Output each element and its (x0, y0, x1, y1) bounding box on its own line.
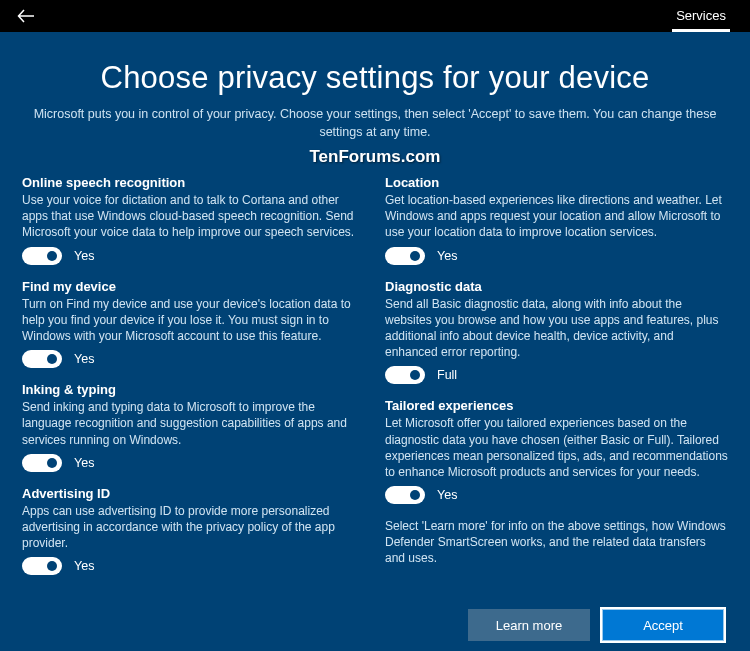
settings-scroll-area[interactable]: Online speech recognition Use your voice… (22, 175, 734, 589)
toggle-label: Yes (437, 249, 457, 263)
toggle-row: Yes (22, 454, 365, 472)
setting-online-speech: Online speech recognition Use your voice… (22, 175, 365, 265)
watermark-text: TenForums.com (22, 147, 728, 167)
toggle-switch[interactable] (385, 247, 425, 265)
setting-title: Inking & typing (22, 382, 365, 397)
toggle-switch[interactable] (22, 454, 62, 472)
toggle-row: Yes (385, 247, 728, 265)
toggle-knob (410, 251, 420, 261)
accept-button[interactable]: Accept (602, 609, 724, 641)
toggle-label: Full (437, 368, 457, 382)
toggle-knob (47, 251, 57, 261)
titlebar: Services (0, 0, 750, 32)
setting-desc: Turn on Find my device and use your devi… (22, 296, 365, 345)
toggle-switch[interactable] (22, 247, 62, 265)
toggle-switch[interactable] (22, 350, 62, 368)
toggle-knob (47, 458, 57, 468)
tab-services[interactable]: Services (672, 0, 730, 32)
setting-title: Online speech recognition (22, 175, 365, 190)
toggle-knob (47, 561, 57, 571)
left-column: Online speech recognition Use your voice… (22, 175, 365, 589)
learn-more-button[interactable]: Learn more (468, 609, 590, 641)
setting-desc: Let Microsoft offer you tailored experie… (385, 415, 728, 480)
setting-desc: Get location-based experiences like dire… (385, 192, 728, 241)
learn-more-note: Select 'Learn more' for info on the abov… (385, 518, 728, 567)
toggle-knob (410, 370, 420, 380)
setting-find-my-device: Find my device Turn on Find my device an… (22, 279, 365, 369)
toggle-label: Yes (74, 352, 94, 366)
setting-desc: Use your voice for dictation and to talk… (22, 192, 365, 241)
toggle-row: Full (385, 366, 728, 384)
setting-desc: Send all Basic diagnostic data, along wi… (385, 296, 728, 361)
toggle-switch[interactable] (385, 366, 425, 384)
setting-title: Advertising ID (22, 486, 365, 501)
setting-title: Location (385, 175, 728, 190)
toggle-row: Yes (22, 557, 365, 575)
page-subtitle: Microsoft puts you in control of your pr… (22, 106, 728, 141)
setting-title: Diagnostic data (385, 279, 728, 294)
setting-title: Tailored experiences (385, 398, 728, 413)
setting-desc: Apps can use advertising ID to provide m… (22, 503, 365, 552)
content-panel: Choose privacy settings for your device … (0, 32, 750, 651)
setting-tailored-experiences: Tailored experiences Let Microsoft offer… (385, 398, 728, 504)
right-column: Location Get location-based experiences … (385, 175, 728, 589)
toggle-row: Yes (22, 247, 365, 265)
setting-title: Find my device (22, 279, 365, 294)
setting-advertising-id: Advertising ID Apps can use advertising … (22, 486, 365, 576)
setting-location: Location Get location-based experiences … (385, 175, 728, 265)
toggle-label: Yes (74, 559, 94, 573)
setting-inking-typing: Inking & typing Send inking and typing d… (22, 382, 365, 472)
toggle-switch[interactable] (385, 486, 425, 504)
toggle-label: Yes (74, 456, 94, 470)
toggle-switch[interactable] (22, 557, 62, 575)
toggle-label: Yes (437, 488, 457, 502)
toggle-label: Yes (74, 249, 94, 263)
button-row: Learn more Accept (22, 589, 728, 651)
toggle-knob (410, 490, 420, 500)
toggle-row: Yes (385, 486, 728, 504)
oobe-window: Services Choose privacy settings for you… (0, 0, 750, 651)
arrow-left-icon (17, 7, 35, 25)
setting-desc: Send inking and typing data to Microsoft… (22, 399, 365, 448)
back-button[interactable] (14, 4, 38, 28)
page-title: Choose privacy settings for your device (22, 60, 728, 96)
toggle-knob (47, 354, 57, 364)
toggle-row: Yes (22, 350, 365, 368)
setting-diagnostic-data: Diagnostic data Send all Basic diagnosti… (385, 279, 728, 385)
